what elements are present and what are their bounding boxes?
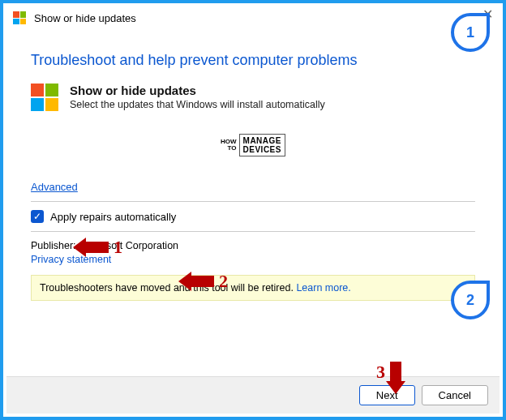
- footer-bar: Next Cancel: [6, 376, 500, 414]
- window-frame: ✕ 1 2 Show or hide updates Troubleshoot …: [0, 0, 506, 420]
- annotation-arrow-2: 2: [191, 271, 228, 292]
- annotation-arrow-1: 1: [86, 237, 122, 258]
- watermark: HOW TO MANAGE DEVICES: [31, 134, 475, 156]
- divider: [31, 201, 475, 202]
- cancel-button[interactable]: Cancel: [422, 385, 488, 405]
- content-area: Troubleshoot and help prevent computer p…: [3, 26, 503, 301]
- notice-text: Troubleshooters have moved and this tool…: [40, 282, 296, 294]
- apply-repairs-checkbox[interactable]: ✓: [31, 210, 44, 223]
- section-subtitle: Select the updates that Windows will ins…: [70, 99, 325, 110]
- windows-logo-icon: [31, 84, 58, 111]
- page-heading: Troubleshoot and help prevent computer p…: [31, 52, 475, 69]
- troubleshooter-header: Show or hide updates Select the updates …: [31, 84, 475, 111]
- retirement-notice: Troubleshooters have moved and this tool…: [31, 275, 475, 301]
- publisher-label: Publisher:: [31, 240, 76, 251]
- window-title: Show or hide updates: [34, 12, 136, 24]
- advanced-link[interactable]: Advanced: [31, 181, 78, 193]
- windows-logo-icon: [13, 11, 26, 24]
- apply-repairs-label: Apply repairs automatically: [50, 211, 176, 223]
- title-bar: Show or hide updates: [3, 3, 503, 26]
- learn-more-link[interactable]: Learn more.: [296, 282, 350, 294]
- annotation-bubble-1: 1: [451, 13, 490, 52]
- annotation-arrow-3: 3: [376, 362, 401, 383]
- annotation-bubble-2: 2: [451, 281, 490, 319]
- section-title: Show or hide updates: [70, 84, 325, 97]
- divider: [31, 231, 475, 232]
